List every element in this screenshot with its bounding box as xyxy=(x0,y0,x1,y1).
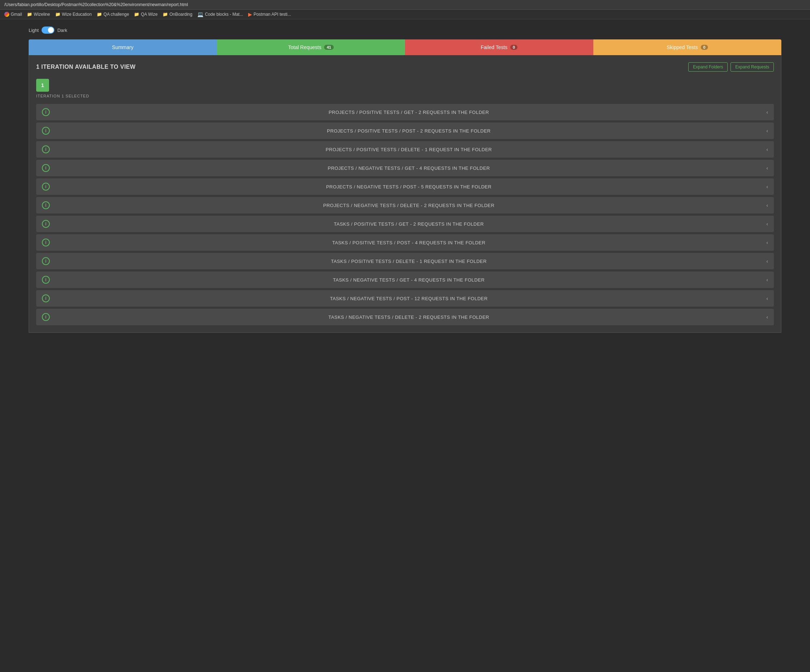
info-icon-9: i xyxy=(42,276,50,284)
bookmark-qa-challenge[interactable]: 📁 QA challenge xyxy=(97,12,129,17)
info-icon-0: i xyxy=(42,108,50,116)
folder-name-7: TASKS / POSITIVE TESTS / POST - 4 REQUES… xyxy=(56,240,762,245)
folder-row-6[interactable]: i TASKS / POSITIVE TESTS / GET - 2 REQUE… xyxy=(36,216,774,232)
tab-total-requests[interactable]: Total Requests 41 xyxy=(217,39,405,55)
chevron-icon-7: ‹ xyxy=(766,240,768,245)
gmail-icon xyxy=(4,12,9,17)
info-icon-10: i xyxy=(42,294,50,302)
folder-name-2: PROJECTS / POSITIVE TESTS / DELETE - 1 R… xyxy=(56,147,762,152)
folder-name-10: TASKS / NEGATIVE TESTS / POST - 12 REQUE… xyxy=(56,296,762,301)
bookmark-onboarding[interactable]: 📁 OnBoarding xyxy=(162,12,192,17)
main-panel: 1 ITERATION AVAILABLE TO VIEW Expand Fol… xyxy=(29,55,781,333)
tab-failed-tests[interactable]: Failed Tests 0 xyxy=(405,39,593,55)
url-bar: /Users/fabian.portillo/Desktop/Postman%2… xyxy=(4,2,188,7)
tab-skipped-tests[interactable]: Skipped Tests 0 xyxy=(593,39,782,55)
chevron-icon-11: ‹ xyxy=(766,314,768,320)
info-icon-7: i xyxy=(42,238,50,247)
bookmark-wizeline-label: Wizeline xyxy=(34,12,50,17)
folder-icon-3: 📁 xyxy=(97,12,102,17)
chevron-icon-4: ‹ xyxy=(766,184,768,189)
bookmark-onboarding-label: OnBoarding xyxy=(169,12,192,17)
bookmark-gmail-label: Gmail xyxy=(11,12,22,17)
folder-name-6: TASKS / POSITIVE TESTS / GET - 2 REQUEST… xyxy=(56,221,762,227)
folder-name-0: PROJECTS / POSITIVE TESTS / GET - 2 REQU… xyxy=(56,110,762,115)
folder-row-7[interactable]: i TASKS / POSITIVE TESTS / POST - 4 REQU… xyxy=(36,234,774,251)
folder-row-4[interactable]: i PROJECTS / NEGATIVE TESTS / POST - 5 R… xyxy=(36,178,774,195)
tab-skipped-badge: 0 xyxy=(701,45,708,50)
postman-icon: ▶ xyxy=(248,12,252,17)
folder-row-8[interactable]: i TASKS / POSITIVE TESTS / DELETE - 1 RE… xyxy=(36,253,774,269)
expand-folders-button[interactable]: Expand Folders xyxy=(688,62,727,72)
bookmark-qa-wize-label: QA Wize xyxy=(141,12,157,17)
tab-total-label: Total Requests xyxy=(288,44,322,50)
info-icon-4: i xyxy=(42,183,50,191)
folder-row-2[interactable]: i PROJECTS / POSITIVE TESTS / DELETE - 1… xyxy=(36,141,774,158)
folder-icon-4: 📁 xyxy=(134,12,139,17)
tab-total-badge: 41 xyxy=(324,45,333,50)
bookmark-code-blocks-label: Code blocks - Mat... xyxy=(205,12,243,17)
panel-title: 1 ITERATION AVAILABLE TO VIEW xyxy=(36,64,136,70)
folder-icon-5: 📁 xyxy=(162,12,168,17)
code-icon: 💻 xyxy=(197,12,203,17)
tabs-container: Summary Total Requests 41 Failed Tests 0… xyxy=(29,39,781,55)
bookmark-wize-education-label: Wize Education xyxy=(62,12,92,17)
tab-failed-badge: 0 xyxy=(510,45,518,50)
chevron-icon-3: ‹ xyxy=(766,165,768,171)
chevron-icon-1: ‹ xyxy=(766,128,768,133)
folder-row-5[interactable]: i PROJECTS / NEGATIVE TESTS / DELETE - 2… xyxy=(36,197,774,213)
folder-name-9: TASKS / NEGATIVE TESTS / GET - 4 REQUEST… xyxy=(56,277,762,283)
folder-row-11[interactable]: i TASKS / NEGATIVE TESTS / DELETE - 2 RE… xyxy=(36,309,774,325)
bookmark-code-blocks[interactable]: 💻 Code blocks - Mat... xyxy=(197,12,243,17)
folder-row-9[interactable]: i TASKS / NEGATIVE TESTS / GET - 4 REQUE… xyxy=(36,272,774,288)
chevron-icon-9: ‹ xyxy=(766,277,768,283)
info-icon-3: i xyxy=(42,164,50,172)
dark-label: Dark xyxy=(57,28,67,33)
info-icon-5: i xyxy=(42,201,50,209)
bookmark-postman[interactable]: ▶ Postman API testi... xyxy=(248,12,291,17)
bookmark-wizeline[interactable]: 📁 Wizeline xyxy=(27,12,50,17)
info-icon-2: i xyxy=(42,145,50,153)
panel-header: 1 ITERATION AVAILABLE TO VIEW Expand Fol… xyxy=(36,62,774,72)
bookmark-gmail[interactable]: Gmail xyxy=(4,12,22,17)
folder-name-3: PROJECTS / NEGATIVE TESTS / GET - 4 REQU… xyxy=(56,165,762,171)
tab-summary-label: Summary xyxy=(112,44,133,50)
folder-name-1: PROJECTS / POSITIVE TESTS / POST - 2 REQ… xyxy=(56,128,762,133)
info-icon-6: i xyxy=(42,220,50,228)
bookmark-qa-wize[interactable]: 📁 QA Wize xyxy=(134,12,157,17)
folder-row-0[interactable]: i PROJECTS / POSITIVE TESTS / GET - 2 RE… xyxy=(36,104,774,120)
chevron-icon-6: ‹ xyxy=(766,221,768,227)
iteration-1-button[interactable]: 1 xyxy=(36,79,49,92)
light-label: Light xyxy=(29,28,39,33)
folder-icon-2: 📁 xyxy=(55,12,61,17)
iteration-selected-label: ITERATION 1 SELECTED xyxy=(36,94,774,98)
bookmark-wize-education[interactable]: 📁 Wize Education xyxy=(55,12,92,17)
folder-row-3[interactable]: i PROJECTS / NEGATIVE TESTS / GET - 4 RE… xyxy=(36,160,774,176)
browser-bar: /Users/fabian.portillo/Desktop/Postman%2… xyxy=(0,0,810,10)
folder-name-11: TASKS / NEGATIVE TESTS / DELETE - 2 REQU… xyxy=(56,314,762,320)
page-content: Light Dark Summary Total Requests 41 Fai… xyxy=(0,19,810,347)
folder-row-1[interactable]: i PROJECTS / POSITIVE TESTS / POST - 2 R… xyxy=(36,123,774,139)
info-icon-1: i xyxy=(42,127,50,135)
folder-icon: 📁 xyxy=(27,12,32,17)
chevron-icon-0: ‹ xyxy=(766,109,768,115)
tab-summary[interactable]: Summary xyxy=(29,39,217,55)
tab-failed-label: Failed Tests xyxy=(481,44,507,50)
folder-list: i PROJECTS / POSITIVE TESTS / GET - 2 RE… xyxy=(36,104,774,325)
folder-row-10[interactable]: i TASKS / NEGATIVE TESTS / POST - 12 REQ… xyxy=(36,290,774,307)
expand-buttons: Expand Folders Expand Requests xyxy=(688,62,774,72)
folder-name-8: TASKS / POSITIVE TESTS / DELETE - 1 REQU… xyxy=(56,258,762,264)
tab-skipped-label: Skipped Tests xyxy=(667,44,698,50)
expand-requests-button[interactable]: Expand Requests xyxy=(731,62,774,72)
folder-name-4: PROJECTS / NEGATIVE TESTS / POST - 5 REQ… xyxy=(56,184,762,189)
iteration-selector: 1 ITERATION 1 SELECTED xyxy=(36,79,774,98)
theme-toggle: Light Dark xyxy=(29,27,781,34)
bookmark-postman-label: Postman API testi... xyxy=(253,12,291,17)
theme-toggle-switch[interactable] xyxy=(42,27,54,34)
chevron-icon-2: ‹ xyxy=(766,147,768,152)
info-icon-11: i xyxy=(42,313,50,321)
chevron-icon-10: ‹ xyxy=(766,295,768,301)
folder-name-5: PROJECTS / NEGATIVE TESTS / DELETE - 2 R… xyxy=(56,203,762,208)
chevron-icon-5: ‹ xyxy=(766,203,768,208)
bookmark-qa-challenge-label: QA challenge xyxy=(103,12,129,17)
info-icon-8: i xyxy=(42,257,50,265)
